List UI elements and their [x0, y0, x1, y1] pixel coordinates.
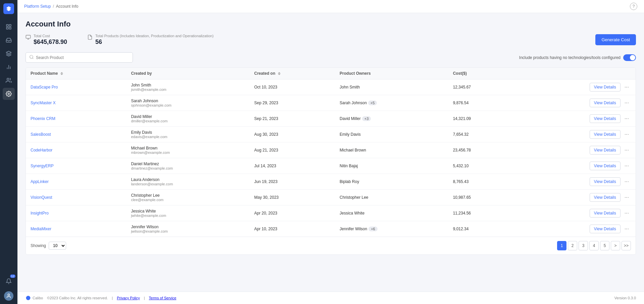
cell-product-name-6: AppLinker [26, 174, 126, 190]
owner-name-5: Nitin Bajaj [340, 164, 358, 168]
product-link-4[interactable]: CodeHarbor [31, 148, 52, 153]
view-details-btn-9[interactable]: View Details [590, 225, 621, 233]
created-by-name-0: John Smith [131, 83, 245, 87]
per-page-select[interactable]: 10 25 50 [49, 242, 66, 250]
more-options-btn-2[interactable]: ··· [623, 115, 631, 122]
table-row: SynergyERP Daniel Martinez dmartinez@exa… [26, 158, 636, 174]
svg-point-16 [26, 296, 31, 300]
svg-rect-11 [26, 35, 30, 38]
product-link-9[interactable]: MediaMixer [31, 227, 51, 231]
sidebar-item-dashboard[interactable] [3, 21, 15, 33]
next-page-btn[interactable]: > [611, 241, 620, 250]
notification-icon[interactable]: 12 [3, 275, 15, 287]
view-details-btn-3[interactable]: View Details [590, 130, 621, 139]
sort-arrows-product[interactable] [60, 72, 63, 75]
view-details-btn-5[interactable]: View Details [590, 162, 621, 170]
more-options-btn-0[interactable]: ··· [623, 83, 631, 91]
help-icon[interactable]: ? [630, 3, 637, 10]
product-link-8[interactable]: InsightPro [31, 211, 49, 216]
footer-left: Calibo ©2023 Calibo Inc. All rights rese… [26, 295, 176, 301]
more-options-btn-8[interactable]: ··· [623, 209, 631, 217]
product-link-5[interactable]: SynergyERP [31, 164, 54, 168]
product-link-3[interactable]: SalesBoost [31, 132, 51, 137]
generate-cost-button[interactable]: Generate Cost [595, 34, 636, 45]
cell-actions-3: View Details ··· [514, 127, 636, 142]
more-options-btn-5[interactable]: ··· [623, 162, 631, 170]
view-details-btn-6[interactable]: View Details [590, 177, 621, 186]
view-details-btn-2[interactable]: View Details [590, 114, 621, 123]
cost-icon [26, 35, 31, 41]
view-details-btn-4[interactable]: View Details [590, 146, 621, 155]
toggle-label: Include products having no technologies/… [519, 55, 621, 60]
search-input[interactable] [36, 55, 129, 60]
created-by-name-5: Daniel Martinez [131, 162, 245, 166]
cell-created-by-8: Jessica White jwhite@example.com [126, 205, 249, 221]
more-options-btn-9[interactable]: ··· [623, 225, 631, 233]
more-options-btn-3[interactable]: ··· [623, 131, 631, 138]
created-by-name-1: Sarah Johnson [131, 99, 245, 103]
page-btn-2[interactable]: 2 [568, 241, 577, 250]
created-by-name-3: Emily Davis [131, 130, 245, 135]
more-options-btn-6[interactable]: ··· [623, 178, 631, 185]
cell-actions-7: View Details ··· [514, 190, 636, 205]
last-page-btn[interactable]: >> [622, 241, 631, 250]
footer-privacy-link[interactable]: Privacy Policy [117, 296, 140, 300]
created-by-email-0: jsmith@example.com [131, 87, 245, 92]
svg-marker-4 [6, 51, 11, 54]
footer-terms-link[interactable]: Terms of Service [149, 296, 177, 300]
no-tech-toggle[interactable] [623, 54, 636, 61]
sidebar-item-inbox[interactable] [3, 34, 15, 46]
col-product-name: Product Name [26, 68, 126, 79]
cell-cost-2: 14,321.09 [448, 111, 514, 127]
cell-actions-2: View Details ··· [514, 111, 636, 127]
cell-owners-2: David Miller +3 [335, 111, 448, 127]
svg-rect-3 [6, 27, 8, 29]
more-options-btn-7[interactable]: ··· [623, 194, 631, 201]
cell-owners-0: John Smith [335, 79, 448, 95]
product-link-7[interactable]: VisionQuest [31, 195, 52, 200]
product-link-1[interactable]: SyncMaster X [31, 101, 56, 105]
cell-product-name-4: CodeHarbor [26, 142, 126, 158]
sidebar-item-layers[interactable] [3, 48, 15, 60]
extra-owners-badge-1: +5 [368, 101, 377, 105]
table-row: MediaMixer Jennifer Wilson jwilson@examp… [26, 221, 636, 237]
created-by-email-6: landerson@example.com [131, 182, 245, 186]
sidebar-item-teams[interactable] [3, 74, 15, 86]
sidebar-item-settings[interactable] [3, 88, 15, 100]
view-details-btn-1[interactable]: View Details [590, 99, 621, 107]
stats-row: Total Cost $645,678.90 Total Products (I… [26, 34, 636, 46]
more-options-btn-4[interactable]: ··· [623, 146, 631, 154]
product-link-0[interactable]: DataScape Pro [31, 85, 58, 89]
user-avatar[interactable] [4, 291, 13, 301]
table-row: DataScape Pro John Smith jsmith@example.… [26, 79, 636, 95]
col-cost: Cost($) [448, 68, 514, 79]
svg-line-15 [33, 58, 34, 59]
sidebar-item-analytics[interactable] [3, 61, 15, 73]
showing-label: Showing [31, 243, 46, 248]
sidebar: 12 [0, 0, 17, 304]
page-btn-1[interactable]: 1 [557, 241, 566, 250]
page-btn-4[interactable]: 4 [589, 241, 599, 250]
cell-created-on-5: Jul 14, 2023 [250, 158, 335, 174]
cell-created-by-9: Jennifer Wilson jwilson@example.com [126, 221, 249, 237]
more-options-btn-1[interactable]: ··· [623, 99, 631, 107]
product-link-6[interactable]: AppLinker [31, 179, 49, 184]
cell-created-by-5: Daniel Martinez dmartinez@example.com [126, 158, 249, 174]
sort-arrows-created-on[interactable] [278, 72, 281, 75]
view-details-btn-7[interactable]: View Details [590, 193, 621, 202]
table-row: InsightPro Jessica White jwhite@example.… [26, 205, 636, 221]
svg-point-8 [7, 78, 9, 80]
search-box[interactable] [26, 52, 133, 63]
product-link-2[interactable]: Phoenix CRM [31, 116, 55, 121]
view-details-btn-0[interactable]: View Details [590, 83, 621, 92]
cell-created-on-2: Sep 21, 2023 [250, 111, 335, 127]
created-by-name-7: Christopher Lee [131, 193, 245, 198]
breadcrumb-parent[interactable]: Platform Setup [24, 4, 51, 9]
extra-owners-badge-2: +3 [362, 116, 371, 121]
view-details-btn-8[interactable]: View Details [590, 209, 621, 218]
cell-owners-8: Jessica White [335, 205, 448, 221]
page-btn-3[interactable]: 3 [579, 241, 588, 250]
created-by-email-8: jwhite@example.com [131, 214, 245, 218]
page-btn-5[interactable]: 5 [600, 241, 609, 250]
table-row: VisionQuest Christopher Lee clee@example… [26, 190, 636, 205]
